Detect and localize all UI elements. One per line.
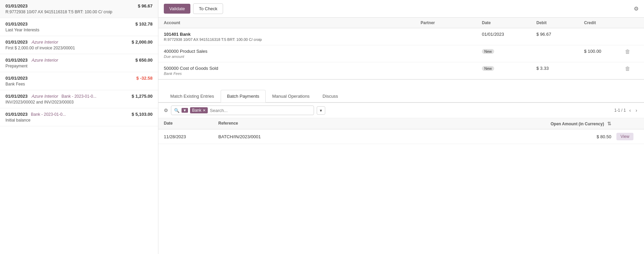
search-icon: 🔍	[174, 108, 179, 113]
col-actions	[625, 20, 639, 25]
batch-col-date: Date	[164, 121, 218, 126]
view-batch-button[interactable]: View	[616, 133, 633, 140]
journal-entry-row: 500000 Cost of Goods Sold Bank Fees New …	[158, 62, 644, 79]
tx-date: 01/01/2023	[5, 3, 28, 9]
search-wrapper: 🔍 ▼ Bank ✕	[171, 106, 314, 115]
tx-amount: $ 96.67	[138, 3, 153, 9]
batch-table-row: 11/28/2023 BATCH/IN/2023/0001 $ 80.50 Vi…	[158, 129, 644, 144]
batch-reference: BATCH/IN/2023/0001	[218, 134, 523, 139]
right-panel: Validate To Check ⚙ Account Partner Date…	[158, 0, 644, 254]
batch-table-header: Date Reference Open Amount (in Currency)…	[158, 118, 644, 129]
tab-match-existing-entries[interactable]: Match Existing Entries	[164, 90, 221, 102]
pagination: 1-1 / 1 ‹ ›	[614, 107, 639, 114]
top-bar: Validate To Check ⚙	[158, 0, 644, 18]
search-dropdown-button[interactable]: ▾	[317, 106, 325, 115]
tx-partner: Azure Interior	[32, 94, 58, 99]
tx-label: Initial balance	[5, 118, 153, 123]
tx-date: 01/01/2023	[5, 112, 28, 117]
batch-col-open-amount: Open Amount (in Currency) ⇅	[523, 121, 611, 126]
validate-button[interactable]: Validate	[164, 4, 190, 14]
transaction-item[interactable]: 01/01/2023 $ 96.67 R:9772938 10/07 AX 94…	[0, 0, 158, 18]
tab-manual-operations[interactable]: Manual Operations	[266, 90, 316, 102]
tabs-bar: Match Existing EntriesBatch PaymentsManu…	[158, 90, 644, 102]
batch-col-actions	[611, 121, 639, 126]
search-bar: ⚙ 🔍 ▼ Bank ✕ ▾ 1-1 / 1 ‹ ›	[158, 103, 644, 118]
tx-label: First $ 2,000.00 of invoice 2023/00001	[5, 46, 153, 50]
tocheck-button[interactable]: To Check	[193, 3, 223, 14]
journal-sub: Bank Fees	[164, 72, 421, 76]
journal-account: 400000 Product Sales	[164, 49, 421, 54]
journal-ref: R:9772938 10/07 AX 9415116318 T:5 BRT: 1…	[164, 37, 421, 42]
journal-bank-row: 101401 Bank R:9772938 10/07 AX 941511631…	[158, 28, 644, 45]
tx-ref-extra: Bank - 2023-01-0...	[31, 112, 66, 117]
tx-label: INV/2023/00002 and INV/2023/00003	[5, 100, 153, 105]
transaction-item[interactable]: 01/01/2023 $ -32.58 Bank Fees	[0, 72, 158, 90]
batch-date: 11/28/2023	[164, 134, 218, 139]
transaction-item[interactable]: 01/01/2023 Azure Interior $ 650.00 Prepa…	[0, 54, 158, 72]
transaction-item[interactable]: 01/01/2023 Bank - 2023-01-0... $ 5,103.0…	[0, 108, 158, 126]
col-debit: Debit	[536, 20, 584, 25]
journal-date: 01/01/2023	[482, 32, 536, 37]
transaction-item[interactable]: 01/01/2023 Azure Interior Bank - 2023-01…	[0, 90, 158, 108]
tx-amount: $ 2,000.00	[132, 39, 153, 45]
tx-amount: $ -32.58	[136, 76, 153, 81]
settings-icon[interactable]: ⚙	[634, 5, 639, 12]
journal-sub: Due amount	[164, 54, 421, 59]
pagination-text: 1-1 / 1	[614, 108, 626, 113]
journal-entries-table: Account Partner Date Debit Credit 101401…	[158, 18, 644, 80]
journal-debit: $ 3.33	[536, 66, 584, 71]
tx-amount: $ 102.78	[135, 21, 153, 27]
tx-amount: $ 650.00	[135, 58, 153, 63]
tx-date: 01/01/2023	[5, 58, 28, 63]
tx-partner: Azure Interior	[32, 39, 58, 45]
batch-open-amount: $ 80.50	[523, 134, 611, 139]
tx-label: Bank Fees	[5, 82, 153, 86]
col-account: Account	[164, 20, 421, 25]
col-partner: Partner	[421, 20, 482, 25]
tx-amount: $ 1,275.00	[132, 94, 153, 99]
tx-ref-extra: Bank - 2023-01-0...	[61, 94, 96, 99]
remove-bank-filter-button[interactable]: ✕	[203, 108, 206, 113]
col-credit: Credit	[584, 20, 625, 25]
transaction-list: 01/01/2023 $ 96.67 R:9772938 10/07 AX 94…	[0, 0, 158, 254]
col-date: Date	[482, 20, 536, 25]
tx-label: R:9772938 10/07 AX 9415116318 T:5 BRT: 1…	[5, 10, 153, 14]
bank-filter-label: Bank	[192, 108, 201, 113]
journal-header: Account Partner Date Debit Credit	[158, 18, 644, 28]
tx-amount: $ 5,103.00	[132, 112, 153, 117]
gear-small-icon[interactable]: ⚙	[164, 108, 168, 113]
journal-entry-row: 400000 Product Sales Due amount New $ 10…	[158, 45, 644, 62]
tab-discuss[interactable]: Discuss	[316, 90, 345, 102]
journal-badge: New	[482, 49, 536, 54]
delete-row-button[interactable]: 🗑	[625, 49, 630, 54]
transaction-item[interactable]: 01/01/2023 $ 102.78 Last Year Interests	[0, 18, 158, 36]
journal-badge: New	[482, 66, 536, 71]
prev-page-button[interactable]: ‹	[628, 107, 632, 114]
next-page-button[interactable]: ›	[634, 107, 639, 114]
tab-batch-payments[interactable]: Batch Payments	[221, 90, 266, 102]
tx-date: 01/01/2023	[5, 39, 28, 45]
tx-date: 01/01/2023	[5, 76, 28, 81]
journal-debit: $ 96.67	[536, 32, 584, 37]
batch-col-reference: Reference	[218, 121, 523, 126]
bank-filter-badge: Bank ✕	[190, 107, 208, 113]
tabs-area: Match Existing EntriesBatch PaymentsManu…	[158, 90, 644, 103]
journal-account: 101401 Bank	[164, 32, 421, 37]
transaction-item[interactable]: 01/01/2023 Azure Interior $ 2,000.00 Fir…	[0, 36, 158, 54]
search-input[interactable]	[210, 108, 311, 113]
delete-row-button[interactable]: 🗑	[625, 66, 630, 72]
sort-icon[interactable]: ⇅	[607, 121, 611, 126]
tx-label: Prepayment	[5, 64, 153, 68]
tx-partner: Azure Interior	[32, 58, 58, 63]
tx-label: Last Year Interests	[5, 28, 153, 32]
tx-date: 01/01/2023	[5, 21, 28, 27]
batch-payments-table: Date Reference Open Amount (in Currency)…	[158, 118, 644, 144]
journal-credit: $ 100.00	[584, 49, 625, 54]
filter-icon: ▼	[182, 108, 188, 113]
tx-date: 01/01/2023	[5, 94, 28, 99]
journal-account: 500000 Cost of Goods Sold	[164, 66, 421, 71]
